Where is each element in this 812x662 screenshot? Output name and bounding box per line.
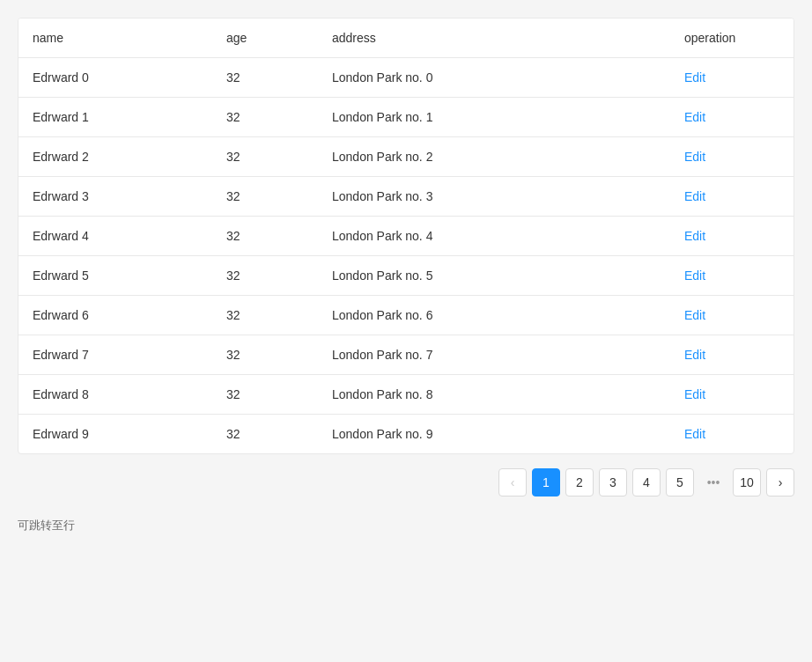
edit-link[interactable]: Edit: [684, 110, 705, 124]
cell-name: Edrward 5: [18, 256, 212, 296]
edit-link[interactable]: Edit: [684, 387, 705, 401]
cell-address: London Park no. 3: [318, 177, 670, 217]
page-wrapper: name age address operation Edrward 032Lo…: [0, 0, 812, 558]
pagination-next-button[interactable]: ›: [766, 468, 794, 496]
cell-name: Edrward 3: [18, 177, 212, 217]
cell-operation: Edit: [670, 375, 794, 415]
cell-address: London Park no. 9: [318, 415, 670, 454]
cell-operation: Edit: [670, 296, 794, 335]
pagination: ‹ 1 2 3 4 5 ••• 10 ›: [18, 454, 794, 511]
cell-age: 32: [212, 98, 318, 137]
table-row: Edrward 032London Park no. 0Edit: [18, 58, 794, 98]
col-header-address: address: [318, 18, 670, 58]
edit-link[interactable]: Edit: [684, 70, 705, 85]
edit-link[interactable]: Edit: [684, 229, 705, 243]
table-row: Edrward 132London Park no. 1Edit: [18, 98, 794, 137]
table-row: Edrward 532London Park no. 5Edit: [18, 256, 794, 296]
cell-address: London Park no. 7: [318, 335, 670, 375]
cell-name: Edrward 2: [18, 137, 212, 177]
cell-age: 32: [212, 256, 318, 296]
cell-age: 32: [212, 415, 318, 454]
edit-link[interactable]: Edit: [684, 150, 705, 164]
pagination-ellipsis: •••: [699, 468, 727, 496]
cell-operation: Edit: [670, 98, 794, 137]
cell-operation: Edit: [670, 256, 794, 296]
cell-age: 32: [212, 375, 318, 415]
cell-age: 32: [212, 335, 318, 375]
table-row: Edrward 832London Park no. 8Edit: [18, 375, 794, 415]
cell-name: Edrward 1: [18, 98, 212, 137]
cell-address: London Park no. 6: [318, 296, 670, 335]
table-row: Edrward 732London Park no. 7Edit: [18, 335, 794, 375]
cell-name: Edrward 8: [18, 375, 212, 415]
cell-age: 32: [212, 217, 318, 256]
table-row: Edrward 332London Park no. 3Edit: [18, 177, 794, 217]
table-row: Edrward 432London Park no. 4Edit: [18, 217, 794, 256]
edit-link[interactable]: Edit: [684, 427, 705, 441]
edit-link[interactable]: Edit: [684, 348, 705, 362]
table-row: Edrward 232London Park no. 2Edit: [18, 137, 794, 177]
pagination-page-5[interactable]: 5: [666, 468, 694, 496]
edit-link[interactable]: Edit: [684, 268, 705, 283]
cell-operation: Edit: [670, 177, 794, 217]
edit-link[interactable]: Edit: [684, 308, 705, 322]
cell-address: London Park no. 2: [318, 137, 670, 177]
cell-operation: Edit: [670, 137, 794, 177]
cell-operation: Edit: [670, 217, 794, 256]
cell-operation: Edit: [670, 335, 794, 375]
edit-link[interactable]: Edit: [684, 189, 705, 203]
cell-address: London Park no. 8: [318, 375, 670, 415]
cell-address: London Park no. 4: [318, 217, 670, 256]
table-header-row: name age address operation: [18, 18, 794, 58]
cell-name: Edrward 6: [18, 296, 212, 335]
table-row: Edrward 932London Park no. 9Edit: [18, 415, 794, 454]
col-header-name: name: [18, 18, 212, 58]
pagination-page-4[interactable]: 4: [632, 468, 661, 496]
pagination-prev-button[interactable]: ‹: [498, 468, 527, 496]
cell-age: 32: [212, 177, 318, 217]
data-table: name age address operation Edrward 032Lo…: [18, 18, 794, 453]
col-header-operation: operation: [670, 18, 794, 58]
col-header-age: age: [212, 18, 318, 58]
cell-address: London Park no. 5: [318, 256, 670, 296]
pagination-page-2[interactable]: 2: [565, 468, 594, 496]
cell-age: 32: [212, 58, 318, 98]
cell-age: 32: [212, 137, 318, 177]
cell-name: Edrward 9: [18, 415, 212, 454]
cell-name: Edrward 0: [18, 58, 212, 98]
cell-operation: Edit: [670, 58, 794, 98]
cell-name: Edrward 7: [18, 335, 212, 375]
cell-operation: Edit: [670, 415, 794, 454]
cell-address: London Park no. 0: [318, 58, 670, 98]
pagination-page-1[interactable]: 1: [532, 468, 560, 496]
cell-name: Edrward 4: [18, 217, 212, 256]
cell-address: London Park no. 1: [318, 98, 670, 137]
pagination-page-10[interactable]: 10: [733, 468, 761, 496]
pagination-page-3[interactable]: 3: [599, 468, 627, 496]
table-container: name age address operation Edrward 032Lo…: [18, 18, 794, 454]
cell-age: 32: [212, 296, 318, 335]
footer-text: 可跳转至行: [18, 511, 794, 541]
table-row: Edrward 632London Park no. 6Edit: [18, 296, 794, 335]
